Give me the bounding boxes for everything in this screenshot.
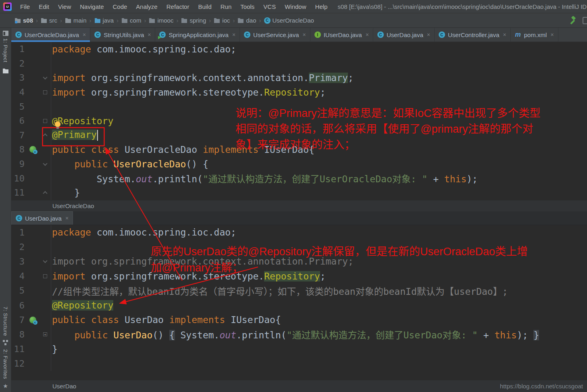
- breadcrumb-item-ioc[interactable]: ioc: [212, 16, 231, 25]
- breadcrumb-label: src: [49, 17, 57, 24]
- breadcrumb-item-s08[interactable]: s08: [13, 16, 34, 25]
- class-file-icon: C: [94, 31, 101, 38]
- menu-item-build[interactable]: Build: [194, 0, 216, 13]
- tab-userdao-java[interactable]: CUserDao.java×: [373, 28, 435, 42]
- text-caret: [97, 130, 98, 141]
- fold-down-icon[interactable]: [43, 259, 47, 263]
- breadcrumb-item-com[interactable]: com: [120, 16, 142, 25]
- menu-item-file[interactable]: File: [16, 0, 34, 13]
- breadcrumb-item-dao[interactable]: dao: [236, 16, 257, 25]
- folder-icon: [41, 17, 47, 24]
- menu-item-refactor[interactable]: Refactor: [162, 0, 194, 13]
- tab-pom-xml[interactable]: mpom.xml×: [511, 28, 558, 42]
- menu-item-run[interactable]: Run: [216, 0, 236, 13]
- breadcrumb-item-main[interactable]: main: [64, 16, 88, 25]
- tab-userdao-java[interactable]: CUserDao.java×: [11, 211, 73, 225]
- menu-item-help[interactable]: Help: [311, 0, 332, 13]
- tab-close-icon[interactable]: ×: [427, 31, 430, 38]
- menu-item-code[interactable]: Code: [108, 0, 131, 13]
- fold-expand-icon[interactable]: +: [43, 332, 47, 336]
- fold-marker-icon[interactable]: [43, 119, 47, 123]
- navigation-bar: s08›src›main›java›com›imooc›spring›ioc›d…: [0, 13, 587, 28]
- fold-up-icon[interactable]: [43, 191, 47, 195]
- tab-close-icon[interactable]: ×: [302, 31, 306, 38]
- build-hammer-icon[interactable]: [568, 16, 577, 25]
- line-number: 6: [11, 116, 26, 126]
- fold-up-icon[interactable]: [43, 133, 47, 138]
- menu-item-window[interactable]: Window: [280, 0, 310, 13]
- tab-close-icon[interactable]: ×: [232, 31, 235, 38]
- tab-label: UserDao.java: [25, 215, 62, 222]
- class-gutter-icon[interactable]: [29, 146, 36, 153]
- tab-springapplication-java[interactable]: CSpringApplication.java×: [155, 28, 240, 42]
- fold-marker-zone: +: [40, 327, 51, 342]
- breadcrumb-label: s08: [23, 17, 33, 24]
- toolwindow-button-project[interactable]: 1: Project: [2, 31, 8, 63]
- menu-item-edit[interactable]: Edit: [34, 0, 54, 13]
- tab-close-icon[interactable]: ×: [65, 215, 69, 221]
- tab-close-icon[interactable]: ×: [366, 31, 369, 38]
- line-number: 4: [11, 87, 26, 97]
- editor2-code-area[interactable]: 1package com.imooc.spring.ioc.dao;23impo…: [11, 225, 587, 380]
- code-token: +: [478, 330, 495, 340]
- code-line: 11}: [11, 342, 587, 357]
- fold-marker-zone: [40, 171, 51, 186]
- fold-marker-zone: [40, 313, 51, 327]
- menu-item-vcs[interactable]: VCS: [259, 0, 280, 13]
- menu-item-tools[interactable]: Tools: [236, 0, 259, 13]
- tab-stringutils-java[interactable]: CStringUtils.java×: [90, 28, 155, 42]
- menu-item-navigate[interactable]: Navigate: [75, 0, 108, 13]
- code-line: 10 System.out.println("通过默认构造方法，创建了UserO…: [11, 171, 587, 186]
- fold-marker-zone: [40, 225, 51, 240]
- fold-marker-zone: [40, 269, 51, 284]
- tab-iuserdao-java[interactable]: IIUserDao.java×: [310, 28, 373, 42]
- fold-down-icon[interactable]: [43, 161, 47, 165]
- fold-marker-icon[interactable]: [43, 90, 47, 94]
- breadcrumb-separator-icon: ›: [117, 17, 119, 24]
- code-token: Repository: [264, 87, 320, 98]
- code-line: 4import org.springframework.stereotype.R…: [11, 85, 587, 100]
- code-token: com.imooc.spring.ioc.dao;: [91, 227, 236, 238]
- breadcrumb-item-spring[interactable]: spring: [180, 16, 207, 25]
- menu-item-analyze[interactable]: Analyze: [131, 0, 162, 13]
- tab-usercontroller-java[interactable]: CUserController.java×: [435, 28, 511, 42]
- editor2-breadcrumb-item[interactable]: UserDao: [52, 383, 76, 390]
- toolwindow-label-favorites[interactable]: 2: Favorites: [2, 349, 8, 379]
- fold-marker-zone: [40, 240, 51, 254]
- editor1-breadcrumb-item[interactable]: UserOracleDao: [52, 202, 94, 209]
- class-file-icon: C: [377, 31, 384, 38]
- breadcrumb-item-src[interactable]: src: [40, 16, 58, 25]
- fold-marker-zone: [40, 254, 51, 269]
- window-title: s08 [E:\java\s08] - ...\src\main\java\co…: [337, 3, 587, 10]
- code-token: org.springframework.context.annotation.: [85, 73, 309, 83]
- tab-label: SpringApplication.java: [169, 31, 228, 38]
- fold-marker-zone: [40, 56, 51, 71]
- folder-icon[interactable]: [2, 68, 9, 74]
- toolbar-partial-icon[interactable]: [583, 17, 587, 24]
- editor1-code-area[interactable]: 1package com.imooc.spring.ioc.dao;23impo…: [11, 42, 587, 200]
- toolwindow-label-structure[interactable]: 7: Structure: [2, 307, 8, 336]
- tab-useroracledao-java[interactable]: CUserOracleDao.java×: [11, 28, 90, 42]
- tab-close-icon[interactable]: ×: [503, 31, 506, 38]
- breadcrumb-item-imooc[interactable]: imooc: [148, 16, 175, 25]
- code-token: );: [517, 330, 534, 340]
- breadcrumb-item-useroracledao[interactable]: CUserOracleDao: [263, 16, 315, 25]
- tab-close-icon[interactable]: ×: [550, 31, 554, 38]
- tab-close-icon[interactable]: ×: [83, 31, 86, 38]
- fold-down-icon[interactable]: [43, 75, 47, 79]
- menu-item-view[interactable]: View: [54, 0, 75, 13]
- class-gutter-icon[interactable]: [29, 317, 36, 323]
- package-icon: [181, 17, 187, 24]
- line-number: 1: [11, 44, 26, 54]
- tab-close-icon[interactable]: ×: [148, 31, 151, 38]
- intention-bulb-icon[interactable]: [54, 121, 61, 129]
- tab-userservice-java[interactable]: CUserService.java×: [240, 28, 310, 42]
- code-token: import: [52, 87, 85, 98]
- code-token: +: [427, 174, 444, 184]
- code-line: 12: [11, 357, 587, 371]
- fold-marker-icon[interactable]: [43, 274, 47, 278]
- tab-label: UserService.java: [253, 31, 299, 38]
- code-token: IUserDao{: [225, 315, 281, 325]
- breadcrumb-item-java[interactable]: java: [93, 16, 115, 25]
- code-token: UserOracleDao: [108, 159, 186, 169]
